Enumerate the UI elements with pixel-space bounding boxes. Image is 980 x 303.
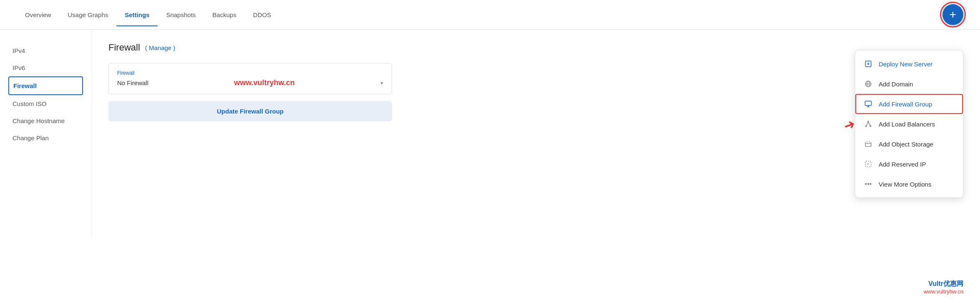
svg-line-13 — [868, 122, 870, 126]
add-load-balancers-label: Add Load Balancers — [879, 121, 935, 128]
sidebar-item-ipv6[interactable]: IPv6 — [8, 59, 83, 76]
svg-point-10 — [865, 126, 867, 127]
dropdown-item-add-object-storage[interactable]: Add Object Storage — [855, 134, 963, 154]
svg-line-12 — [866, 122, 868, 126]
add-firewall-icon — [864, 99, 873, 109]
tab-settings[interactable]: Settings — [116, 4, 158, 26]
add-object-storage-label: Add Object Storage — [879, 141, 933, 148]
section-title-container: Firewall ( Manage ) — [108, 42, 963, 53]
tab-usage-graphs[interactable]: Usage Graphs — [60, 4, 117, 26]
manage-link[interactable]: ( Manage ) — [145, 44, 176, 51]
add-reserved-ip-icon: IP — [864, 159, 873, 169]
svg-text:IP: IP — [867, 163, 869, 166]
main-content: Firewall ( Manage ) Firewall No Firewall… — [92, 30, 980, 238]
dropdown-item-add-domain[interactable]: Add Domain — [855, 74, 963, 94]
dropdown-item-add-reserved-ip[interactable]: IPAdd Reserved IP — [855, 154, 963, 174]
top-navigation: OverviewUsage GraphsSettingsSnapshotsBac… — [0, 0, 980, 30]
deploy-server-label: Deploy New Server — [879, 61, 932, 68]
plus-button-container: + — [942, 0, 963, 29]
dropdown-item-view-more[interactable]: •••View More Options — [855, 174, 963, 194]
deploy-server-icon — [864, 59, 873, 68]
firewall-field-label: Firewall — [117, 70, 383, 76]
firewall-card: Firewall No Firewall www.vultryhw.cn ▾ — [108, 63, 392, 94]
tab-backups[interactable]: Backups — [204, 4, 245, 26]
add-domain-label: Add Domain — [879, 81, 913, 88]
sidebar-item-change-hostname[interactable]: Change Hostname — [8, 112, 83, 129]
svg-point-11 — [870, 126, 871, 127]
tab-ddos[interactable]: DDOS — [245, 4, 279, 26]
dropdown-menu: Deploy New ServerAdd DomainAdd Firewall … — [855, 50, 963, 198]
add-new-button[interactable]: + — [942, 4, 963, 25]
update-firewall-container: Update Firewall Group — [108, 101, 392, 121]
sidebar-item-custom-iso[interactable]: Custom ISO — [8, 95, 83, 112]
watermark-text: www.vultryhw.cn — [234, 78, 295, 87]
page-title: Firewall — [108, 42, 140, 53]
sidebar-item-ipv4[interactable]: IPv4 — [8, 42, 83, 59]
add-firewall-label: Add Firewall Group — [879, 101, 932, 108]
update-firewall-button[interactable]: Update Firewall Group — [217, 108, 284, 115]
view-more-label: View More Options — [879, 181, 931, 188]
dropdown-item-deploy-server[interactable]: Deploy New Server — [855, 54, 963, 74]
svg-rect-6 — [865, 101, 872, 106]
tab-overview[interactable]: Overview — [17, 4, 60, 26]
sidebar-item-change-plan[interactable]: Change Plan — [8, 129, 83, 146]
dropdown-item-add-load-balancers[interactable]: Add Load Balancers — [855, 114, 963, 134]
add-reserved-ip-label: Add Reserved IP — [879, 161, 926, 168]
firewall-value: No Firewall — [117, 79, 148, 86]
dropdown-arrow-icon: ▾ — [380, 80, 383, 86]
sidebar-item-firewall[interactable]: Firewall — [8, 76, 83, 95]
add-object-storage-icon — [864, 139, 873, 149]
firewall-select-row: No Firewall www.vultryhw.cn ▾ — [117, 78, 383, 87]
main-layout: IPv4IPv6FirewallCustom ISOChange Hostnam… — [0, 30, 980, 238]
view-more-icon: ••• — [864, 179, 873, 189]
svg-point-9 — [868, 121, 869, 122]
add-domain-icon — [864, 79, 873, 88]
tab-snapshots[interactable]: Snapshots — [158, 4, 204, 26]
add-load-balancers-icon — [864, 119, 873, 129]
sidebar: IPv4IPv6FirewallCustom ISOChange Hostnam… — [0, 30, 92, 238]
dropdown-item-add-firewall[interactable]: Add Firewall Group — [855, 94, 963, 114]
